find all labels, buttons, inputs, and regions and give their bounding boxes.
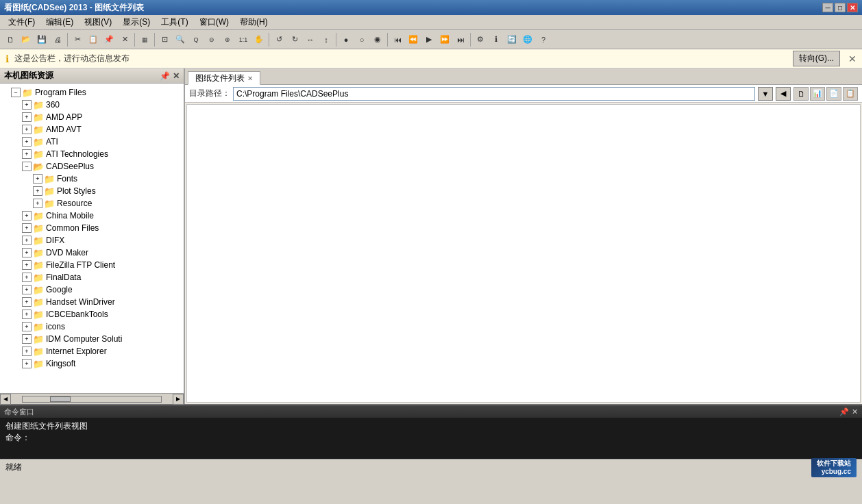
expand-btn-common-files[interactable]: + — [22, 223, 32, 233]
view-btn-1[interactable]: 🗋 — [793, 87, 809, 101]
tree-item-ati-tech[interactable]: +📁ATI Technologies — [0, 148, 184, 160]
toolbar-zoom-100[interactable]: 1:1 — [236, 32, 251, 47]
command-close-icon[interactable]: ✕ — [852, 407, 858, 416]
horizontal-scrollbar[interactable]: ◀ ▶ — [0, 393, 184, 404]
tree-item-common-files[interactable]: +📁Common Files — [0, 222, 184, 234]
tree-item-plot-styles[interactable]: +📁Plot Styles — [0, 185, 184, 197]
tree-item-dvd-maker[interactable]: +📁DVD Maker — [0, 247, 184, 259]
expand-btn-filezilla[interactable]: + — [22, 260, 32, 270]
expand-btn-amd-avt[interactable]: + — [22, 125, 32, 134]
command-pin-icon[interactable]: 📌 — [839, 407, 849, 416]
tree-item-cadseeplus[interactable]: −📂CADSeePlus — [0, 160, 184, 173]
toolbar-open[interactable]: 📂 — [19, 32, 34, 47]
toolbar-delete[interactable]: ✕ — [117, 32, 132, 47]
expand-btn-icbc[interactable]: + — [22, 310, 32, 319]
expand-btn-fonts[interactable]: + — [33, 174, 42, 184]
tree-item-amd-avt[interactable]: +📁AMD AVT — [0, 123, 184, 136]
toolbar-copy[interactable]: 📋 — [86, 32, 101, 47]
address-back-btn[interactable]: ◀ — [776, 87, 791, 101]
scroll-right-arrow[interactable]: ▶ — [173, 394, 184, 405]
tree-item-amd-app[interactable]: +📁AMD APP — [0, 111, 184, 123]
view-btn-3[interactable]: 📄 — [826, 87, 841, 101]
expand-btn-dvd-maker[interactable]: + — [22, 248, 32, 257]
expand-btn-ati-tech[interactable]: + — [22, 149, 32, 159]
tab-close-icon[interactable]: ✕ — [247, 75, 253, 82]
tree-item-china-mobile[interactable]: +📁China Mobile — [0, 210, 184, 222]
toolbar-nav-play[interactable]: ▶ — [421, 32, 436, 47]
tree-item-handset[interactable]: +📁Handset WinDriver — [0, 296, 184, 308]
toolbar-btn-a[interactable]: ▦ — [137, 32, 152, 47]
toolbar-rotate-ccw[interactable]: ↺ — [271, 32, 286, 47]
toolbar-info[interactable]: ℹ — [489, 32, 504, 47]
toolbar-circle3[interactable]: ◉ — [370, 32, 385, 47]
tree-item-icons[interactable]: +📁icons — [0, 320, 184, 333]
tree-item-ie[interactable]: +📁Internet Explorer — [0, 345, 184, 357]
expand-btn-kingsoft[interactable]: + — [22, 359, 32, 368]
tree-item-ati[interactable]: +📁ATI — [0, 136, 184, 148]
toolbar-refresh[interactable]: 🔄 — [504, 32, 519, 47]
menu-view[interactable]: 视图(V) — [79, 15, 117, 29]
toolbar-nav-prev[interactable]: ⏪ — [406, 32, 421, 47]
address-dropdown-btn[interactable]: ▼ — [758, 87, 773, 101]
menu-display[interactable]: 显示(S) — [117, 15, 156, 29]
panel-pin-icon[interactable]: 📌 — [160, 71, 170, 81]
minimize-button[interactable]: ─ — [822, 3, 833, 12]
menu-help[interactable]: 帮助(H) — [234, 15, 273, 29]
tree-container[interactable]: −📁Program Files+📁360+📁AMD APP+📁AMD AVT+📁… — [0, 84, 184, 393]
tree-item-360[interactable]: +📁360 — [0, 99, 184, 111]
expand-btn-program-files[interactable]: − — [11, 88, 21, 97]
tree-item-difx[interactable]: +📁DIFX — [0, 234, 184, 247]
expand-btn-plot-styles[interactable]: + — [33, 186, 42, 196]
scroll-left-arrow[interactable]: ◀ — [0, 394, 11, 405]
expand-btn-360[interactable]: + — [22, 100, 32, 110]
file-list-area[interactable] — [186, 104, 861, 403]
menu-file[interactable]: 文件(F) — [3, 15, 40, 29]
expand-btn-cadseeplus[interactable]: − — [22, 162, 32, 171]
scroll-track[interactable] — [22, 396, 162, 403]
close-button[interactable]: ✕ — [847, 3, 858, 12]
announcement-button[interactable]: 转向(G)... — [793, 51, 840, 66]
toolbar-zoom-in[interactable]: 🔍 — [173, 32, 188, 47]
expand-btn-finaldata[interactable]: + — [22, 273, 32, 282]
expand-btn-handset[interactable]: + — [22, 297, 32, 307]
tree-item-program-files[interactable]: −📁Program Files — [0, 86, 184, 99]
toolbar-zoom-out[interactable]: Q — [188, 32, 204, 47]
toolbar-flip-v[interactable]: ↕ — [319, 32, 334, 47]
expand-btn-difx[interactable]: + — [22, 236, 32, 245]
toolbar-print[interactable]: 🖨 — [50, 32, 65, 47]
tree-item-finaldata[interactable]: +📁FinalData — [0, 271, 184, 284]
menu-window[interactable]: 窗口(W) — [194, 15, 234, 29]
toolbar-zoom-next[interactable]: ⊕ — [220, 32, 235, 47]
tree-item-icbc[interactable]: +📁ICBCEbankTools — [0, 308, 184, 320]
expand-btn-ie[interactable]: + — [22, 346, 32, 356]
toolbar-circle[interactable]: ● — [338, 32, 354, 47]
view-btn-4[interactable]: 📋 — [843, 87, 858, 101]
toolbar-help[interactable]: ? — [536, 32, 551, 47]
tab-filelist[interactable]: 图纸文件列表 ✕ — [188, 71, 260, 85]
toolbar-nav-last[interactable]: ⏭ — [453, 32, 468, 47]
toolbar-new[interactable]: 🗋 — [3, 32, 18, 47]
toolbar-paste[interactable]: 📌 — [101, 32, 116, 47]
expand-btn-icons[interactable]: + — [22, 322, 32, 331]
toolbar-rotate-cw[interactable]: ↻ — [287, 32, 302, 47]
menu-tools[interactable]: 工具(T) — [156, 15, 193, 29]
expand-btn-ati[interactable]: + — [22, 137, 32, 147]
tree-item-google[interactable]: +📁Google — [0, 284, 184, 296]
panel-close-icon[interactable]: ✕ — [173, 71, 180, 81]
toolbar-web[interactable]: 🌐 — [520, 32, 535, 47]
view-btn-2[interactable]: 📊 — [810, 87, 825, 101]
toolbar-nav-first[interactable]: ⏮ — [390, 32, 405, 47]
expand-btn-amd-app[interactable]: + — [22, 112, 32, 122]
scroll-thumb[interactable] — [50, 396, 71, 402]
announcement-close-button[interactable]: ✕ — [848, 53, 857, 64]
toolbar-zoom-fit[interactable]: ⊡ — [157, 32, 172, 47]
toolbar-cut[interactable]: ✂ — [70, 32, 85, 47]
toolbar-save[interactable]: 💾 — [34, 32, 49, 47]
toolbar-pan[interactable]: ✋ — [251, 32, 267, 47]
expand-btn-china-mobile[interactable]: + — [22, 211, 32, 220]
expand-btn-idm[interactable]: + — [22, 334, 32, 344]
tree-item-resource[interactable]: +📁Resource — [0, 197, 184, 210]
expand-btn-resource[interactable]: + — [33, 199, 42, 208]
tree-item-filezilla[interactable]: +📁FileZilla FTP Client — [0, 259, 184, 271]
address-input[interactable] — [233, 87, 755, 101]
